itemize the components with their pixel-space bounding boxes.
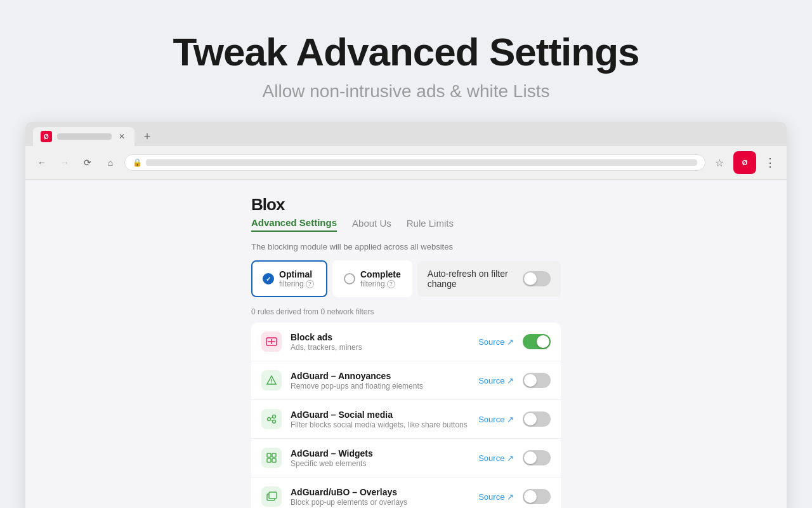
toggle-thumb-widgets	[524, 451, 537, 464]
toggle-thumb-block-ads	[537, 335, 549, 348]
filter-option-complete[interactable]: Complete filtering ?	[332, 260, 412, 297]
bookmark-button[interactable]: ☆	[710, 154, 728, 171]
svg-line-8	[270, 417, 273, 418]
filter-desc-block-ads: Ads, trackers, miners	[291, 343, 469, 352]
filter-desc-annoyances: Remove pop-ups and floating elements	[291, 382, 469, 391]
toggle-overlays[interactable]	[523, 489, 551, 504]
filter-items-list: Block ads Ads, trackers, miners Source ↗	[251, 323, 561, 508]
toggle-thumb-overlays	[524, 490, 537, 503]
filter-option-optimal[interactable]: Optimal filtering ?	[251, 260, 327, 297]
filter-optimal-sub: filtering ?	[279, 279, 314, 288]
page-title: Tweak Advanced Settings	[173, 30, 639, 74]
nav-item-rule-limits[interactable]: Rule Limits	[407, 218, 454, 231]
auto-refresh-label: Auto-refresh on filter change	[428, 269, 515, 289]
svg-point-6	[273, 415, 276, 418]
browser-tab-bar: Ø ✕ +	[25, 122, 787, 146]
toggle-social[interactable]	[523, 411, 551, 427]
toggle-track-block-ads	[523, 334, 551, 349]
lock-icon: 🔒	[133, 158, 142, 167]
svg-rect-15	[269, 492, 277, 498]
filter-text-social: AdGuard – Social media Filter blocks soc…	[291, 410, 469, 429]
filter-icon-social	[261, 409, 282, 429]
filter-name-overlays: AdGuard/uBO – Overlays	[291, 487, 469, 497]
filter-source-annoyances[interactable]: Source ↗	[478, 376, 514, 385]
filter-text-overlays: AdGuard/uBO – Overlays Block pop-up elem…	[291, 487, 469, 507]
extension-button[interactable]: Ø	[733, 151, 756, 174]
filter-item-overlays: AdGuard/uBO – Overlays Block pop-up elem…	[251, 478, 561, 508]
tab-close-button[interactable]: ✕	[117, 131, 127, 142]
toggle-widgets[interactable]	[523, 450, 551, 465]
filter-item-block-ads: Block ads Ads, trackers, miners Source ↗	[251, 323, 561, 361]
toggle-track-social	[523, 411, 551, 427]
filter-text-annoyances: AdGuard – Annoyances Remove pop-ups and …	[291, 371, 469, 391]
filter-complete-info-icon[interactable]: ?	[387, 280, 395, 288]
active-tab[interactable]: Ø ✕	[33, 127, 134, 146]
browser-menu-button[interactable]: ⋮	[761, 154, 779, 171]
filter-complete-name: Complete	[360, 269, 401, 279]
svg-point-7	[273, 420, 276, 424]
reload-button[interactable]: ⟳	[79, 154, 96, 171]
filter-name-block-ads: Block ads	[291, 332, 469, 342]
filter-text-block-ads: Block ads Ads, trackers, miners	[291, 332, 469, 352]
filter-icon-widgets	[261, 448, 282, 468]
back-button[interactable]: ←	[33, 154, 51, 171]
filter-source-overlays[interactable]: Source ↗	[478, 492, 514, 502]
toggle-annoyances[interactable]	[523, 373, 551, 388]
filter-source-widgets[interactable]: Source ↗	[478, 453, 514, 463]
filter-name-widgets: AdGuard – Widgets	[291, 448, 469, 458]
app-logo: Blox	[251, 195, 561, 215]
tab-favicon-icon: Ø	[44, 133, 49, 140]
app-nav: Advanced Settings About Us Rule Limits	[251, 217, 561, 232]
filter-desc-social: Filter blocks social media widgets, like…	[291, 420, 469, 429]
toggle-block-ads[interactable]	[523, 334, 551, 349]
svg-point-5	[268, 418, 271, 421]
toggle-track-widgets	[523, 450, 551, 465]
filter-item-widgets: AdGuard – Widgets Specific web elements …	[251, 439, 561, 478]
auto-refresh-toggle[interactable]	[523, 271, 551, 286]
auto-refresh-toggle-thumb	[524, 272, 537, 285]
page-subtitle: Allow non-intrusive ads & white Lists	[173, 81, 639, 102]
tab-title	[57, 133, 112, 140]
address-bar[interactable]: 🔒	[124, 154, 705, 171]
svg-point-4	[271, 382, 272, 383]
filter-source-social[interactable]: Source ↗	[478, 415, 514, 424]
radio-optimal	[263, 273, 274, 284]
browser-toolbar: ← → ⟳ ⌂ 🔒 ☆ Ø ⋮	[25, 146, 787, 180]
new-tab-button[interactable]: +	[138, 128, 156, 145]
svg-rect-11	[272, 453, 276, 457]
home-button[interactable]: ⌂	[102, 154, 119, 171]
filter-icon-overlays	[261, 486, 282, 507]
filter-optimal-label-wrap: Optimal filtering ?	[279, 269, 314, 288]
filter-item-social: AdGuard – Social media Filter blocks soc…	[251, 400, 561, 439]
forward-button[interactable]: →	[56, 154, 74, 171]
filter-optimal-name: Optimal	[279, 269, 314, 279]
svg-rect-10	[267, 453, 271, 457]
toggle-track-annoyances	[523, 373, 551, 388]
filter-name-annoyances: AdGuard – Annoyances	[291, 371, 469, 381]
app-container: Blox Advanced Settings About Us Rule Lim…	[241, 195, 571, 508]
filter-complete-label-wrap: Complete filtering ?	[360, 269, 401, 288]
nav-item-about-us[interactable]: About Us	[352, 218, 391, 231]
filter-optimal-info-icon[interactable]: ?	[306, 280, 314, 288]
filter-complete-sub: filtering ?	[360, 279, 401, 288]
radio-complete	[344, 273, 355, 284]
svg-rect-12	[267, 458, 271, 462]
auto-refresh-box: Auto-refresh on filter change	[417, 261, 561, 297]
toggle-track-overlays	[523, 489, 551, 504]
filter-item-annoyances: AdGuard – Annoyances Remove pop-ups and …	[251, 361, 561, 400]
svg-rect-13	[272, 458, 276, 462]
svg-line-9	[270, 420, 273, 421]
filter-text-widgets: AdGuard – Widgets Specific web elements	[291, 448, 469, 468]
browser-content: Blox Advanced Settings About Us Rule Lim…	[25, 180, 787, 508]
toggle-thumb-social	[524, 413, 537, 425]
toggle-thumb-annoyances	[524, 374, 537, 387]
filter-name-social: AdGuard – Social media	[291, 410, 469, 420]
browser-window: Ø ✕ + ← → ⟳ ⌂ 🔒 ☆ Ø ⋮ Blox Advanced Sett…	[25, 122, 787, 508]
nav-item-advanced-settings[interactable]: Advanced Settings	[251, 217, 337, 232]
auto-refresh-toggle-track	[523, 271, 551, 286]
rules-info: 0 rules derived from 0 network filters	[251, 307, 561, 316]
filter-source-block-ads[interactable]: Source ↗	[478, 337, 514, 347]
tab-favicon: Ø	[41, 131, 52, 142]
filter-options-row: Optimal filtering ? Complete filtering ?	[251, 260, 561, 297]
app-description: The blocking module will be applied acro…	[251, 242, 561, 251]
